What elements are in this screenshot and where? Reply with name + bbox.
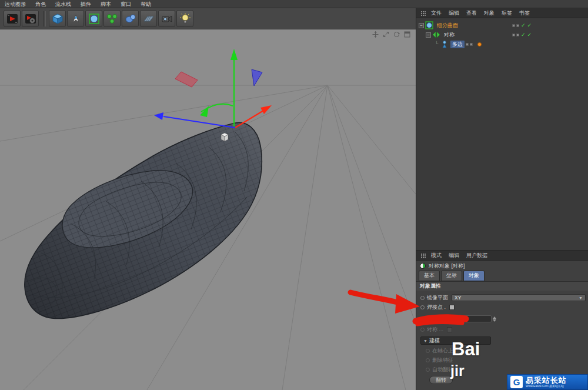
keyframe-circle-icon: [426, 349, 430, 353]
easck-logo-title: 易采站长站: [526, 376, 567, 384]
camera-icon[interactable]: [158, 10, 175, 27]
enabled-check-icon[interactable]: ✓: [527, 32, 532, 38]
menu-mograph[interactable]: 运动图形: [0, 0, 31, 8]
keyframe-circle-icon: [426, 368, 430, 372]
object-manager-menubar: 文件 编辑 查看 对象 标签 书签: [416, 8, 588, 18]
attr-menu-mode[interactable]: 模式: [427, 252, 445, 259]
subdivision-surface-object-icon: [425, 21, 433, 29]
tree-row-symmetry[interactable]: − 对称 ✓ ✓: [416, 30, 588, 39]
tab-object[interactable]: 对象: [463, 271, 485, 281]
weld-points-row: 焊接点 .: [416, 302, 588, 312]
origin-cube-handle[interactable]: [221, 133, 228, 141]
axis-z-arrow[interactable]: [154, 112, 235, 128]
weld-points-checkbox[interactable]: [449, 305, 455, 310]
floor-plane-icon[interactable]: [140, 10, 157, 27]
menu-window[interactable]: 窗口: [116, 0, 136, 8]
viewport-scene: [0, 29, 416, 390]
plane-handle-red[interactable]: [175, 72, 198, 87]
om-menu-bookmarks[interactable]: 书签: [516, 9, 533, 17]
enabled-check-icon[interactable]: ✓: [521, 22, 526, 28]
visibility-dot[interactable]: [516, 34, 519, 36]
om-menu-objects[interactable]: 对象: [480, 9, 498, 17]
keyframe-circle-icon[interactable]: [420, 317, 425, 321]
expand-toggle-icon[interactable]: −: [426, 32, 431, 38]
flip-button[interactable]: 翻转: [429, 376, 453, 384]
visibility-dot[interactable]: [512, 34, 515, 36]
symmetric-label: 对称 ...: [427, 326, 443, 334]
om-menu-file[interactable]: 文件: [427, 9, 445, 17]
tab-basic[interactable]: 基本: [419, 271, 440, 281]
menu-character[interactable]: 角色: [31, 0, 51, 8]
plane-handle-blue[interactable]: [252, 69, 262, 86]
attribute-tabs: 基本 坐标 对象: [416, 271, 588, 281]
metaball-icon[interactable]: [122, 10, 139, 27]
tab-coordinates[interactable]: 坐标: [441, 271, 462, 281]
symmetric-checkbox: [447, 327, 452, 332]
keyframe-circle-icon[interactable]: [420, 305, 425, 309]
pen-spline-icon[interactable]: [67, 10, 84, 27]
weld-points-label: 焊接点 .: [427, 304, 446, 311]
axis-y-arrow[interactable]: [230, 49, 238, 126]
pan-icon[interactable]: [372, 31, 379, 38]
om-menu-edit[interactable]: 编辑: [445, 9, 463, 17]
attribute-menubar: 模式 编辑 用户数据: [416, 251, 588, 261]
tolerance-field[interactable]: [427, 315, 492, 322]
render-view-icon[interactable]: [4, 10, 21, 27]
om-menu-view[interactable]: 查看: [463, 9, 480, 17]
object-name[interactable]: 细分曲面: [435, 22, 460, 29]
menu-script[interactable]: 脚本: [96, 0, 116, 8]
main-toolbar: [0, 8, 416, 29]
value-stepper[interactable]: [493, 316, 496, 322]
modeling-item-label: 在轴心上: [432, 347, 453, 355]
symmetry-object-badge-icon: [420, 263, 426, 269]
light-icon[interactable]: [176, 10, 193, 27]
modeling-row-1: 在轴心上: [416, 346, 588, 355]
model-wireframe[interactable]: [25, 122, 262, 318]
subdivision-surface-icon[interactable]: [85, 10, 102, 27]
keyframe-circle-icon[interactable]: [420, 296, 425, 300]
attribute-title: 对称对象 [对称]: [429, 262, 465, 270]
rotate-icon[interactable]: [393, 31, 400, 38]
object-name[interactable]: 多边: [450, 41, 465, 48]
expand-toggle-icon[interactable]: −: [419, 23, 424, 28]
panel-grid-icon[interactable]: [420, 11, 426, 16]
visibility-dot[interactable]: [512, 24, 515, 27]
chevron-down-icon: ▼: [423, 339, 427, 343]
attribute-manager: 模式 编辑 用户数据 对称对象 [对称] 基本 坐标 对象 对象属性 镜像平面 …: [416, 250, 588, 390]
tree-row-subdivision[interactable]: − 细分曲面 ✓ ✓: [416, 21, 588, 30]
mirror-plane-dropdown[interactable]: XY ▼: [452, 294, 586, 301]
material-tag-icon[interactable]: [477, 42, 482, 46]
axis-x-arrow[interactable]: [235, 105, 272, 128]
enabled-check-icon[interactable]: ✓: [521, 32, 526, 38]
menu-plugins[interactable]: 插件: [76, 0, 96, 8]
3d-viewport[interactable]: [0, 29, 416, 390]
panel-grid-icon[interactable]: [420, 253, 426, 258]
maximize-view-icon[interactable]: [403, 31, 411, 38]
om-menu-tags[interactable]: 标签: [498, 9, 516, 17]
visibility-dot[interactable]: [466, 43, 469, 46]
modeling-row-3: 自动翻转: [416, 365, 588, 374]
polygon-object-icon: [440, 40, 449, 48]
visibility-dot[interactable]: [470, 43, 473, 46]
main-menubar: 运动图形 角色 流水线 插件 脚本 窗口 帮助: [0, 0, 588, 8]
menu-pipeline[interactable]: 流水线: [51, 0, 76, 8]
enabled-check-icon[interactable]: ✓: [527, 22, 532, 28]
cube-primitive-icon[interactable]: [49, 10, 66, 27]
object-name[interactable]: 对称: [442, 31, 456, 39]
tree-row-polygon[interactable]: └ 多边: [416, 39, 588, 49]
render-settings-icon[interactable]: [22, 10, 39, 27]
visibility-dot[interactable]: [516, 24, 519, 27]
mirror-plane-label: 镜像平面: [427, 294, 448, 302]
rotation-band[interactable]: [200, 104, 233, 117]
attr-menu-edit[interactable]: 编辑: [445, 252, 463, 259]
array-generator-icon[interactable]: [103, 10, 121, 27]
mirror-plane-row: 镜像平面 XY ▼: [416, 293, 588, 302]
easck-site-logo: G 易采站长站 Www.Easck.Com 易采站长站: [507, 374, 588, 390]
symmetric-row: 对称 ...: [416, 325, 588, 334]
menu-help[interactable]: 帮助: [136, 0, 156, 8]
attr-menu-userdata[interactable]: 用户数据: [463, 252, 491, 259]
baidu-watermark-line2: jir: [450, 362, 465, 379]
modeling-row-2: 删除特征: [416, 355, 588, 365]
zoom-icon[interactable]: [382, 31, 390, 38]
easck-logo-subtitle: Www.Easck.Com 易采站长站: [526, 384, 567, 388]
